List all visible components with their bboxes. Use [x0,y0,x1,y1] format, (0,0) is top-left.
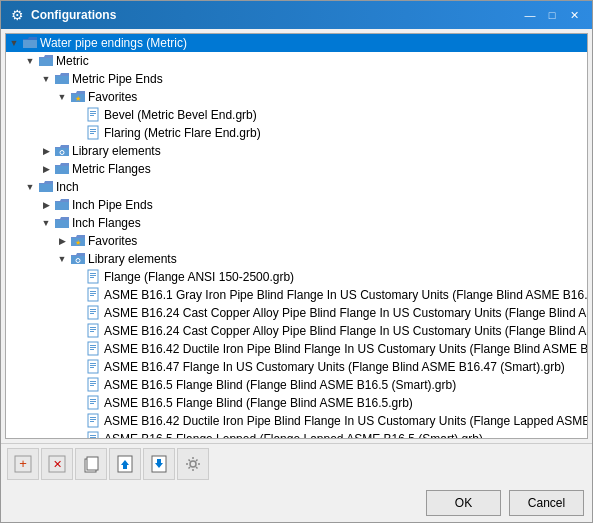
svg-rect-47 [90,421,94,422]
tree-item[interactable]: Flange (Flange ANSI 150-2500.grb) [6,268,587,286]
tree-item[interactable]: ▼ Metric Pipe Ends [6,70,587,88]
expand-button[interactable]: ▼ [54,89,70,105]
expand-button[interactable]: ▼ [22,179,38,195]
tree-panel[interactable]: ▼ Water pipe endings (Metric)▼ Metric▼ M… [5,33,588,439]
expand-button[interactable]: ▼ [22,53,38,69]
svg-point-66 [190,461,196,467]
add-button[interactable]: + [7,448,39,480]
tree-item-label: Library elements [72,144,161,158]
remove-button[interactable]: ✕ [41,448,73,480]
svg-rect-17 [90,291,96,292]
tree-item-label: ASME B16.5 Flange Blind (Flange Blind AS… [104,396,413,410]
tree-item[interactable]: ▼ ★ Favorites [6,88,587,106]
svg-rect-27 [90,331,94,332]
svg-rect-44 [88,414,98,427]
doc-icon [86,269,102,285]
svg-rect-4 [90,115,94,116]
svg-rect-22 [90,311,96,312]
svg-text:★: ★ [75,95,81,102]
tree-item[interactable]: Bevel (Metric Bevel End.grb) [6,106,587,124]
svg-rect-2 [90,111,96,112]
svg-rect-12 [88,270,98,283]
tree-item-label: Metric Flanges [72,162,151,176]
tree-item[interactable]: Flaring (Metric Flare End.grb) [6,124,587,142]
maximize-button[interactable]: □ [542,6,562,24]
svg-rect-32 [88,360,98,373]
svg-text:✕: ✕ [53,458,62,470]
tree-item-label: ASME B16.1 Gray Iron Pipe Blind Flange I… [104,288,588,302]
tree-item[interactable]: ASME B16.24 Cast Copper Alloy Pipe Blind… [6,322,587,340]
ok-button[interactable]: OK [426,490,501,516]
toolbar: + ✕ [1,443,592,484]
tree-item[interactable]: ▼ Inch Flanges [6,214,587,232]
tree-item[interactable]: ▼ Inch [6,178,587,196]
svg-rect-29 [90,345,96,346]
doc-icon [86,395,102,411]
doc-icon [86,305,102,321]
expand-button[interactable]: ▶ [38,161,54,177]
svg-rect-38 [90,383,96,384]
svg-rect-50 [90,437,96,438]
tree-item[interactable]: ▶ Library elements [6,142,587,160]
expand-button[interactable]: ▼ [38,215,54,231]
doc-icon [86,413,102,429]
tree-item[interactable]: ASME B16.1 Gray Iron Pipe Blind Flange I… [6,286,587,304]
tree-item-label: Flange (Flange ANSI 150-2500.grb) [104,270,294,284]
expand-button[interactable]: ▶ [54,233,70,249]
doc-icon [86,341,102,357]
svg-rect-45 [90,417,96,418]
svg-rect-24 [88,324,98,337]
copy-button[interactable] [75,448,107,480]
tree-item-label: Favorites [88,90,137,104]
close-button[interactable]: ✕ [564,6,584,24]
tree-item[interactable]: ▶ ★ Favorites [6,232,587,250]
svg-rect-7 [90,131,96,132]
tree-item-label: ASME B16.47 Flange In US Customary Units… [104,360,565,374]
content-area: ▼ Water pipe endings (Metric)▼ Metric▼ M… [1,29,592,522]
expand-button[interactable]: ▼ [38,71,54,87]
svg-rect-36 [88,378,98,391]
expand-button[interactable]: ▼ [54,251,70,267]
svg-rect-18 [90,293,96,294]
tree-item-label: ASME B16.42 Ductile Iron Pipe Blind Flan… [104,342,588,356]
expand-button[interactable]: ▶ [38,143,54,159]
folder-icon [54,215,70,231]
tree-item-label: Inch Pipe Ends [72,198,153,212]
svg-rect-5 [88,126,98,139]
tree-item[interactable]: ▼ Water pipe endings (Metric) [6,34,587,52]
tree-item[interactable]: ASME B16.5 Flange Blind (Flange Blind AS… [6,394,587,412]
svg-rect-25 [90,327,96,328]
tree-item[interactable]: ASME B16.24 Cast Copper Alloy Pipe Blind… [6,304,587,322]
tree-item[interactable]: ASME B16.5 Flange Blind (Flange Blind AS… [6,376,587,394]
svg-rect-13 [90,273,96,274]
expand-button[interactable]: ▼ [6,35,22,51]
tree-item[interactable]: ▶ Inch Pipe Ends [6,196,587,214]
svg-rect-39 [90,385,94,386]
svg-rect-8 [90,133,94,134]
import-button[interactable] [109,448,141,480]
svg-rect-43 [90,403,94,404]
expand-button[interactable]: ▶ [38,197,54,213]
cancel-button[interactable]: Cancel [509,490,584,516]
tree-item[interactable]: ASME B16.47 Flange In US Customary Units… [6,358,587,376]
tree-item[interactable]: ▼ Metric [6,52,587,70]
tree-item-label: Water pipe endings (Metric) [40,36,187,50]
tree-item[interactable]: ASME B16.42 Ductile Iron Pipe Blind Flan… [6,412,587,430]
export-button[interactable] [143,448,175,480]
doc-icon [86,323,102,339]
folder-icon [54,197,70,213]
tree-item[interactable]: ASME B16.5 Flange Lepped (Flange Lapped … [6,430,587,439]
tree-item-label: Library elements [88,252,177,266]
svg-rect-46 [90,419,96,420]
tree-item[interactable]: ▼ Library elements [6,250,587,268]
svg-rect-23 [90,313,94,314]
svg-rect-41 [90,399,96,400]
tree-item[interactable]: ▶ Metric Flanges [6,160,587,178]
tree-item[interactable]: ASME B16.42 Ductile Iron Pipe Blind Flan… [6,340,587,358]
gear-folder-icon [54,143,70,159]
folder-icon [54,161,70,177]
svg-rect-1 [88,108,98,121]
minimize-button[interactable]: — [520,6,540,24]
svg-rect-40 [88,396,98,409]
settings-button[interactable] [177,448,209,480]
